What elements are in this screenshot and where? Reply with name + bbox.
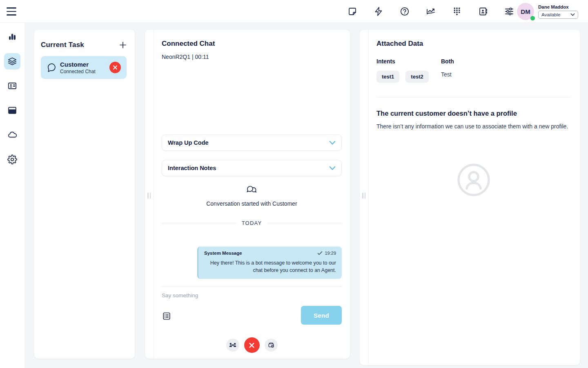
- chat-bubble-icon: [47, 63, 56, 72]
- chat-panel: Connected Chat NeonR2Q1 | 00:11 Wrap Up …: [145, 30, 350, 359]
- interaction-notes-accordion[interactable]: Interaction Notes: [162, 160, 342, 176]
- cloud-icon[interactable]: [4, 127, 20, 143]
- task-item-customer[interactable]: Customer Connected Chat: [41, 56, 127, 79]
- add-task-icon[interactable]: [118, 40, 128, 50]
- help-icon[interactable]: [399, 6, 410, 17]
- masking-icon[interactable]: [265, 339, 278, 352]
- both-value: Test: [441, 71, 454, 78]
- both-group: Both Test: [441, 58, 454, 78]
- statistics-icon[interactable]: [4, 29, 20, 45]
- intent-chip[interactable]: test2: [405, 71, 428, 83]
- avatar-initials: DM: [521, 8, 530, 15]
- attached-data-panel: Attached Data Intents test1 test2 Both T…: [360, 30, 580, 365]
- analytics-icon[interactable]: [425, 6, 436, 17]
- end-task-button[interactable]: [109, 62, 121, 73]
- profile-placeholder-icon: [457, 163, 491, 197]
- chevron-down-icon: [570, 13, 575, 16]
- user-box: DM Dane Maddox Available: [517, 2, 585, 20]
- composer-divider: [162, 286, 342, 287]
- send-button[interactable]: Send: [301, 306, 342, 325]
- settings-icon[interactable]: [4, 151, 20, 168]
- message-input[interactable]: [162, 290, 342, 301]
- attached-data-title: Attached Data: [376, 40, 423, 48]
- no-profile-title: The current customer doesn’t have a prof…: [376, 110, 517, 117]
- interaction-notes-label: Interaction Notes: [168, 165, 216, 171]
- message-time: 19:29: [325, 251, 336, 256]
- wrap-up-code-label: Wrap Up Code: [168, 139, 209, 146]
- task-name: Customer: [60, 61, 96, 68]
- chat-bubbles-icon: [246, 185, 258, 195]
- wrap-up-code-accordion[interactable]: Wrap Up Code: [162, 135, 342, 151]
- user-name: Dane Maddox: [538, 4, 578, 9]
- transfer-icon[interactable]: [226, 339, 239, 352]
- status-select-value: Available: [541, 12, 560, 17]
- quick-replies-icon[interactable]: [162, 311, 172, 321]
- top-bar: DM Dane Maddox Available: [0, 0, 588, 23]
- note-icon[interactable]: [347, 6, 358, 17]
- browser-icon[interactable]: [4, 102, 20, 119]
- conversation-start-text: Conversation started with Customer: [162, 200, 342, 207]
- end-chat-button[interactable]: [244, 337, 260, 353]
- app-root: DM Dane Maddox Available: [0, 0, 588, 368]
- message-sender: System Message: [204, 251, 242, 256]
- panel-resize-gutter: [145, 30, 154, 359]
- current-task-title: Current Task: [41, 41, 84, 49]
- section-divider: [376, 97, 571, 97]
- message-text: Hey there! This is a bot message to welc…: [204, 259, 336, 274]
- quick-launch-icon[interactable]: [373, 6, 384, 17]
- resize-handle[interactable]: [362, 193, 365, 199]
- day-divider: TODAY: [162, 220, 342, 226]
- intent-chip[interactable]: test1: [376, 71, 399, 83]
- delivered-check-icon: [317, 251, 323, 255]
- intents-label: Intents: [376, 58, 429, 65]
- chat-title: Connected Chat: [162, 40, 215, 48]
- close-icon: [113, 65, 118, 70]
- current-task-panel: Current Task Customer Connected Chat: [34, 30, 135, 359]
- panel-resize-gutter: [360, 30, 369, 365]
- close-icon: [249, 342, 255, 348]
- top-toolbar: [347, 0, 514, 23]
- no-profile-text: There isn’t any information we can use t…: [376, 122, 569, 131]
- status-select[interactable]: Available: [538, 11, 578, 19]
- directory-icon[interactable]: [4, 78, 20, 94]
- task-stack-icon[interactable]: [4, 53, 20, 70]
- system-message-bubble: System Message 19:29 Hey there! This is …: [197, 247, 342, 279]
- side-rail: [0, 23, 24, 368]
- both-label: Both: [441, 58, 454, 65]
- online-status-dot: [530, 16, 535, 20]
- address-book-icon[interactable]: [478, 6, 488, 17]
- conversation-start-note: Conversation started with Customer: [162, 185, 342, 207]
- avatar[interactable]: DM: [517, 3, 534, 20]
- day-divider-label: TODAY: [242, 220, 262, 226]
- dialpad-icon[interactable]: [452, 6, 462, 17]
- hamburger-menu-icon[interactable]: [7, 6, 18, 17]
- chevron-down-icon: [329, 166, 336, 171]
- task-type: Connected Chat: [60, 69, 96, 74]
- resize-handle[interactable]: [147, 193, 151, 199]
- chevron-down-icon: [329, 141, 336, 145]
- preferences-icon[interactable]: [504, 6, 514, 17]
- chat-session-info: NeonR2Q1 | 00:11: [162, 54, 209, 60]
- chat-action-bar: [162, 337, 342, 353]
- intents-group: Intents test1 test2: [376, 58, 429, 83]
